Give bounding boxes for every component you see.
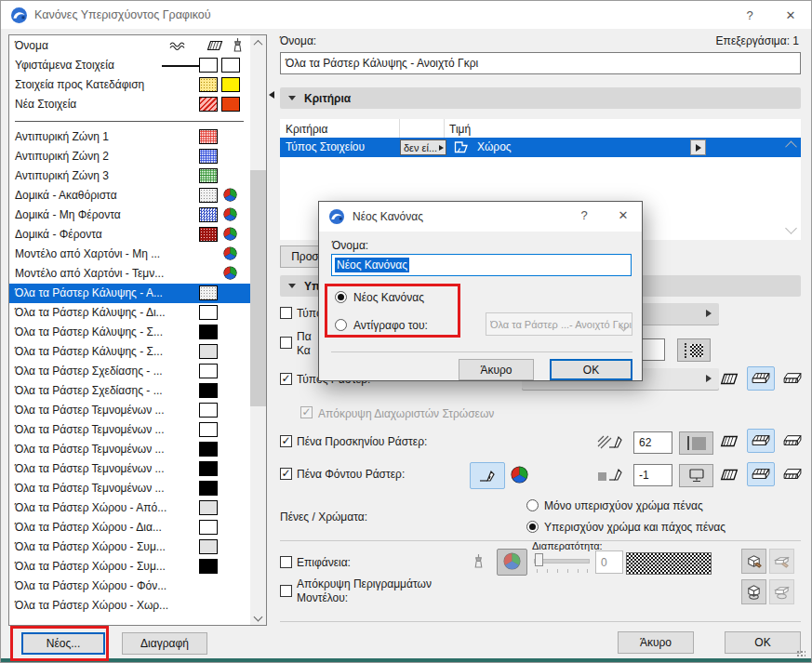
fill-type-checkbox[interactable]: [280, 373, 292, 385]
list-item[interactable]: Όλα τα Ράστερ Χώρου - Από...: [9, 498, 251, 518]
scroll-up-button[interactable]: [250, 35, 266, 51]
list-item[interactable]: Μοντέλο από Χαρτόνι - Μη ...: [9, 245, 251, 264]
cut-fill-toggle[interactable]: [715, 462, 743, 486]
collapse-panel-arrow[interactable]: [269, 91, 274, 99]
list-item[interactable]: Όλα τα Ράστερ Τεμνομένων ...: [9, 420, 251, 440]
line-pen-preview-button[interactable]: [677, 338, 711, 362]
list-item[interactable]: Όλα τα Ράστερ Κάλυψης - Σ...: [9, 323, 251, 342]
cover-fill-toggle[interactable]: [747, 429, 775, 453]
dialog-title: Νέος Κανόνας: [353, 210, 423, 223]
surface-paint-3d-button[interactable]: [741, 549, 766, 574]
close-button[interactable]: ✕: [777, 7, 805, 25]
fg-pen-field[interactable]: 62: [633, 431, 672, 454]
main-cancel-button[interactable]: Άκυρο: [618, 631, 694, 654]
new-rule-radio[interactable]: [335, 291, 347, 303]
bg-pen-color-icon[interactable]: [511, 466, 528, 486]
main-ok-button[interactable]: OK: [725, 631, 801, 654]
list-item[interactable]: Μοντέλο από Χαρτόνι - Τεμν...: [9, 264, 251, 284]
copy-of-radio-label: Αντίγραφο του:: [353, 319, 428, 332]
list-item[interactable]: Όλα τα Ράστερ Χώρου - Χωρ...: [9, 596, 251, 616]
list-item[interactable]: Όλα τα Ράστερ Χώρου - Δια...: [9, 518, 251, 537]
criteria-scroll-up-icon[interactable]: [787, 139, 795, 152]
surface-swatch: [221, 97, 240, 112]
list-item[interactable]: Στοιχεία προς Κατεδάφιση: [9, 75, 251, 95]
list-item[interactable]: Όλα τα Ράστερ Κάλυψης - Δι...: [9, 303, 251, 323]
transparency-slider-thumb[interactable]: [535, 553, 543, 566]
list-item[interactable]: Δομικά - Μη Φέροντα: [9, 206, 251, 225]
color-weight-radio[interactable]: [526, 521, 539, 533]
surface-swatch: [221, 77, 240, 92]
dialog-cancel-button[interactable]: Άκυρο: [459, 359, 534, 380]
list-item[interactable]: Υφιστάμενα Στοιχεία: [9, 56, 251, 75]
fill-swatch: [199, 403, 218, 418]
zone-element-icon: [453, 139, 470, 157]
drafting-fill-toggle[interactable]: [779, 366, 806, 391]
operator-button[interactable]: δεν εί...: [400, 139, 446, 155]
list-item[interactable]: Αντιπυρική Ζώνη 3: [9, 166, 251, 186]
hide-contours-checkbox[interactable]: [280, 585, 292, 597]
surface-checkbox[interactable]: [280, 556, 292, 568]
cut-fill-toggle[interactable]: [715, 366, 743, 391]
transparency-field[interactable]: 0: [595, 550, 623, 574]
hide-contours-label-1: Απόκρυψη Περιγραμμάτων: [297, 577, 432, 590]
cover-fill-toggle[interactable]: [747, 462, 775, 486]
hide-contours-slab-button[interactable]: [769, 579, 794, 604]
list-item[interactable]: Όλα τα Ράστερ Τεμνομένων ...: [9, 401, 251, 420]
scroll-down-button[interactable]: [250, 609, 266, 625]
bg-pen-screen-button[interactable]: [679, 464, 713, 487]
fg-pen-icon: [596, 433, 624, 454]
dialog-close-button[interactable]: ✕: [609, 206, 637, 225]
archicad-logo-icon: [329, 209, 344, 227]
surface-color-button[interactable]: [497, 549, 527, 576]
hide-contours-3d-button[interactable]: [741, 579, 766, 604]
cover-fill-toggle[interactable]: [747, 366, 775, 391]
list-item[interactable]: Όλα τα Ράστερ Χώρου - Συμ...: [9, 557, 251, 577]
new-rule-button[interactable]: Νέος...: [21, 632, 105, 655]
list-item[interactable]: Όλα τα Ράστερ Κάλυψης - Σ...: [9, 342, 251, 362]
line-type-checkbox[interactable]: [280, 307, 292, 319]
copy-source-combo[interactable]: Όλα τα Ράστερ ...- Ανοιχτό Γκρι: [486, 312, 632, 336]
bg-pen-mode-button[interactable]: [470, 462, 505, 489]
bg-pen-checkbox[interactable]: [280, 468, 292, 480]
list-item[interactable]: Όλα τα Ράστερ Τεμνομένων ...: [9, 479, 251, 498]
value-picker-button[interactable]: [690, 139, 706, 155]
fg-pen-checkbox[interactable]: [280, 435, 292, 447]
line-pen-label-1: Πα: [297, 330, 312, 343]
list-item[interactable]: Όλα τα Ράστερ Σχεδίασης - ...: [9, 381, 251, 401]
rule-name-input[interactable]: Όλα τα Ράστερ Κάλυψης - Ανοιχτό Γκρι: [280, 52, 801, 74]
list-item[interactable]: Όλα τα Ράστερ Σχεδίασης - ...: [9, 362, 251, 381]
drafting-fill-toggle[interactable]: [779, 429, 806, 453]
list-header: Όνομα: [9, 35, 266, 56]
criterion-value: Χώρος: [477, 140, 512, 153]
hide-skin-separators-checkbox[interactable]: [300, 406, 313, 418]
list-scrollbar[interactable]: [250, 35, 266, 625]
cut-fill-toggle[interactable]: [715, 429, 743, 453]
new-rule-dialog: Νέος Κανόνας ? ✕ Όνομα: Νέος Κανόνας Νέο…: [318, 201, 643, 381]
copy-of-radio[interactable]: [335, 319, 347, 331]
list-item[interactable]: Δομικά - Ακαθόριστα: [9, 186, 251, 206]
criteria-section-header[interactable]: Κριτήρια: [280, 87, 801, 109]
color-only-radio[interactable]: [526, 499, 539, 511]
list-item[interactable]: Δομικά - Φέροντα: [9, 225, 251, 245]
list-item[interactable]: Όλα τα Ράστερ Κάλυψης - Α...: [9, 284, 251, 303]
criteria-row[interactable]: Τύπος Στοιχείου δεν εί... Χώρος: [280, 138, 801, 157]
list-item[interactable]: Αντιπυρική Ζώνη 1: [9, 127, 251, 147]
list-item[interactable]: Αντιπυρική Ζώνη 2: [9, 147, 251, 166]
dialog-help-button[interactable]: ?: [570, 206, 598, 225]
list-item[interactable]: Όλα τα Ράστερ Χώρου - Συμ...: [9, 537, 251, 557]
list-item[interactable]: Όλα τα Ράστερ Τεμνομένων ...: [9, 440, 251, 459]
help-button[interactable]: ?: [736, 7, 764, 25]
criteria-scroll-down-icon[interactable]: [787, 222, 795, 235]
list-item[interactable]: Όλα τα Ράστερ Τεμνομένων ...: [9, 459, 251, 479]
delete-rule-button[interactable]: Διαγραφή: [122, 632, 207, 655]
list-item[interactable]: Όλα τα Ράστερ Χώρου - Φόν...: [9, 577, 251, 596]
dialog-name-input[interactable]: Νέος Κανόνας: [331, 254, 632, 276]
surface-paint-slab-button[interactable]: [769, 549, 794, 574]
line-pen-checkbox[interactable]: [280, 337, 292, 349]
bg-pen-field[interactable]: -1: [633, 464, 672, 486]
list-item[interactable]: Νέα Στοιχεία: [9, 95, 251, 114]
dialog-ok-button[interactable]: OK: [550, 359, 632, 380]
scrollbar-thumb[interactable]: [250, 170, 266, 406]
drafting-fill-toggle[interactable]: [779, 462, 806, 486]
fg-pen-preview-button[interactable]: [679, 431, 713, 455]
